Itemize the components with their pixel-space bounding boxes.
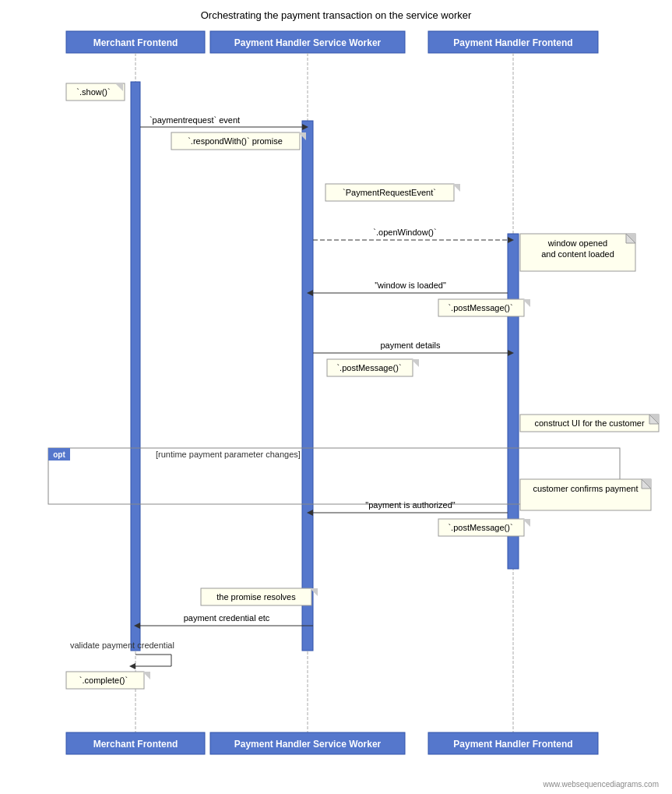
label-constructui: construct UI for the customer xyxy=(534,418,645,428)
label-paymentcred: payment credential etc xyxy=(184,613,270,623)
opt-label-text: opt xyxy=(53,450,65,459)
label-paymentrequest: `paymentrequest` event xyxy=(150,115,240,125)
label-postmessage1: `.postMessage()` xyxy=(448,303,512,312)
label-customer-confirms1: customer confirms payment xyxy=(533,484,638,493)
activation-sw xyxy=(302,121,313,651)
lifeline-footer-sw: Payment Handler Service Worker xyxy=(234,739,382,750)
diagram-container: Orchestrating the payment transaction on… xyxy=(0,0,672,794)
label-paymentauth: "payment is authorized" xyxy=(365,500,456,510)
label-paymentrequestev: `PaymentRequestEvent` xyxy=(343,188,436,197)
diagram-svg: Merchant Frontend Payment Handler Servic… xyxy=(0,0,672,794)
label-windowloaded: "window is loaded" xyxy=(375,281,446,290)
lifeline-header-sw: Payment Handler Service Worker xyxy=(234,37,382,48)
label-windowopened2: and content loaded xyxy=(541,249,614,259)
label-postmessage2: `.postMessage()` xyxy=(336,363,401,372)
label-validatecred: validate payment credential xyxy=(70,640,174,650)
show-label: `.show()` xyxy=(76,87,110,97)
label-paymentdetails: payment details xyxy=(380,341,441,350)
label-openwindow: `.openWindow()` xyxy=(373,228,436,237)
activation-merchant xyxy=(131,82,140,651)
label-postmessage3: `.postMessage()` xyxy=(448,523,512,532)
lifeline-footer-phf: Payment Handler Frontend xyxy=(453,739,572,750)
opt-condition-text: [runtime payment parameter changes] xyxy=(156,450,301,459)
footer-url: www.websequencediagrams.com xyxy=(543,780,659,789)
lifeline-header-merchant: Merchant Frontend xyxy=(93,37,178,48)
lifeline-header-phf: Payment Handler Frontend xyxy=(453,37,572,48)
svg-marker-22 xyxy=(129,663,135,669)
label-promiseresolves: the promise resolves xyxy=(216,592,296,602)
label-windowopened1: window opened xyxy=(547,238,607,248)
lifeline-footer-merchant: Merchant Frontend xyxy=(93,739,178,750)
self-arrow-merchant xyxy=(135,655,171,666)
label-respondwith: `.respondWith()` promise xyxy=(188,136,283,146)
label-complete: `.complete()` xyxy=(79,676,128,685)
